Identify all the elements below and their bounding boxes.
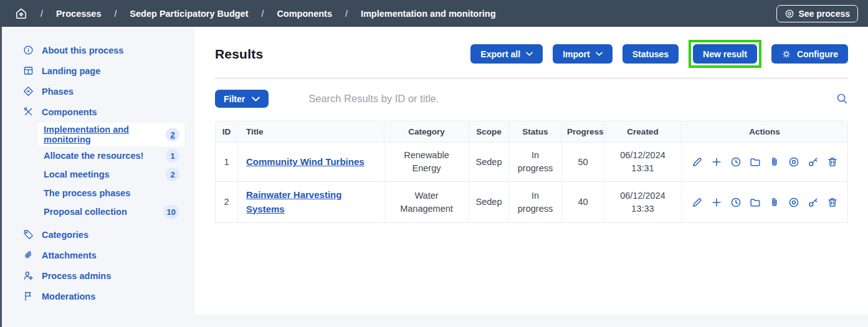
- filter-button[interactable]: Filter: [215, 90, 269, 108]
- page-background: [194, 315, 868, 327]
- paperclip-icon: [23, 250, 34, 260]
- row-actions: [687, 197, 842, 208]
- sub-item-label: Local meetings: [44, 169, 110, 179]
- sidebar-item-label: Moderations: [42, 291, 95, 301]
- preview-icon[interactable]: [788, 156, 799, 168]
- sidebar-subitem-the-process-phases[interactable]: The process phases: [38, 184, 184, 202]
- info-icon: [23, 45, 34, 55]
- sidebar-subitem-allocate-the-resources[interactable]: Allocate the resources! 1: [38, 146, 184, 165]
- breadcrumb-current-component[interactable]: Implementation and monitoring: [361, 9, 496, 19]
- search-icon[interactable]: [836, 93, 848, 105]
- new-result-button[interactable]: New result: [693, 44, 757, 64]
- edit-icon[interactable]: [692, 197, 703, 208]
- page-title: Results: [215, 47, 263, 62]
- export-all-button[interactable]: Export all: [470, 44, 543, 64]
- sidebar-item-process-admins[interactable]: Process admins: [2, 265, 194, 286]
- cell-created: 06/12/2024 13:33: [604, 182, 681, 223]
- preview-icon[interactable]: [788, 197, 799, 208]
- see-process-label: See process: [799, 9, 851, 19]
- milestone-icon: [23, 86, 34, 97]
- decidim-admin-app: / Processes / Sedep Participatory Budget…: [0, 0, 868, 327]
- cell-status: In progress: [508, 182, 561, 223]
- search-input[interactable]: [308, 93, 829, 105]
- sidebar-item-categories[interactable]: Categories: [2, 224, 194, 245]
- count-badge: 10: [163, 205, 179, 219]
- column-header-progress: Progress: [561, 121, 604, 143]
- breadcrumb-separator: /: [262, 9, 264, 19]
- breadcrumb-separator: /: [114, 9, 117, 19]
- configure-button[interactable]: Configure: [771, 44, 848, 64]
- column-header-title: Title: [237, 121, 384, 143]
- sidebar-item-label: Components: [42, 107, 97, 117]
- tools-icon: [23, 107, 34, 117]
- delete-icon[interactable]: [827, 156, 838, 168]
- sub-item-label: Allocate the resources!: [44, 151, 143, 161]
- add-icon[interactable]: [711, 156, 722, 168]
- sidebar-item-label: Categories: [42, 230, 88, 240]
- sidebar-item-attachments[interactable]: Attachments: [2, 245, 194, 265]
- history-icon[interactable]: [730, 197, 742, 208]
- permissions-key-icon[interactable]: [808, 156, 819, 168]
- sidebar-item-label: Attachments: [42, 250, 97, 260]
- attachment-icon[interactable]: [769, 197, 780, 208]
- count-badge: 1: [166, 149, 179, 163]
- folder-icon[interactable]: [750, 197, 761, 208]
- gear-icon: [781, 49, 791, 59]
- breadcrumb-process-name[interactable]: Sedep Participatory Budget: [130, 9, 248, 19]
- import-button[interactable]: Import: [553, 44, 613, 64]
- count-badge: 2: [166, 168, 179, 181]
- sub-item-label: The process phases: [44, 188, 130, 198]
- cell-id: 1: [215, 143, 237, 182]
- sidebar-item-moderations[interactable]: Moderations: [2, 286, 194, 306]
- attachment-icon[interactable]: [769, 156, 780, 168]
- import-label: Import: [563, 49, 590, 59]
- history-icon[interactable]: [730, 156, 742, 168]
- cell-category: Water Management: [384, 182, 469, 223]
- cell-scope: Sedep: [469, 143, 508, 182]
- home-gear-icon[interactable]: [15, 7, 27, 20]
- main-panel: Results Export all Import: [194, 27, 868, 315]
- results-table: ID Title Category Scope Status Progress …: [215, 121, 848, 223]
- result-title-link[interactable]: Rainwater Harvesting Systems: [246, 188, 368, 216]
- sidebar-item-landing-page[interactable]: Landing page: [2, 60, 194, 81]
- chevron-down-icon: [526, 52, 533, 56]
- target-eye-icon: [785, 9, 794, 19]
- sidebar-item-label: About this process: [42, 45, 123, 55]
- sidebar-item-phases[interactable]: Phases: [2, 81, 194, 102]
- column-header-status: Status: [508, 121, 561, 143]
- cell-progress: 50: [561, 143, 604, 182]
- column-header-category: Category: [384, 121, 469, 143]
- statuses-button[interactable]: Statuses: [622, 44, 679, 64]
- new-result-label: New result: [703, 49, 747, 59]
- edit-icon[interactable]: [692, 156, 703, 168]
- delete-icon[interactable]: [827, 197, 838, 208]
- sidebar-item-components[interactable]: Components: [2, 102, 194, 122]
- layout-icon: [23, 65, 34, 76]
- flag-icon: [23, 291, 34, 301]
- breadcrumb-components[interactable]: Components: [277, 9, 332, 19]
- sub-item-label: Implementation and monitoring: [44, 125, 161, 145]
- chevron-down-icon: [596, 52, 603, 56]
- folder-icon[interactable]: [750, 156, 761, 168]
- column-header-id: ID: [215, 121, 237, 143]
- highlight-annotation-box: New result: [689, 40, 761, 68]
- column-header-created: Created: [604, 121, 681, 143]
- see-process-button[interactable]: See process: [776, 5, 859, 22]
- result-title-link[interactable]: Community Wind Turbines: [246, 155, 365, 169]
- sidebar-item-about-this-process[interactable]: About this process: [2, 40, 194, 60]
- count-badge: 2: [166, 128, 179, 141]
- sidebar-item-label: Process admins: [42, 271, 111, 281]
- table-header-row: ID Title Category Scope Status Progress …: [215, 121, 848, 143]
- statuses-label: Statuses: [632, 49, 669, 59]
- cell-id: 2: [215, 182, 237, 223]
- sidebar-subitem-implementation-and-monitoring[interactable]: Implementation and monitoring 2: [38, 123, 184, 146]
- topbar-breadcrumb: / Processes / Sedep Participatory Budget…: [0, 0, 868, 27]
- configure-label: Configure: [797, 49, 838, 59]
- chevron-down-icon: [252, 97, 260, 102]
- add-icon[interactable]: [711, 197, 722, 208]
- permissions-key-icon[interactable]: [808, 197, 819, 208]
- sidebar-subitem-proposal-collection[interactable]: Proposal collection 10: [38, 202, 184, 221]
- breadcrumb-processes[interactable]: Processes: [56, 9, 102, 19]
- tag-icon: [23, 229, 34, 240]
- sidebar-subitem-local-meetings[interactable]: Local meetings 2: [38, 165, 184, 184]
